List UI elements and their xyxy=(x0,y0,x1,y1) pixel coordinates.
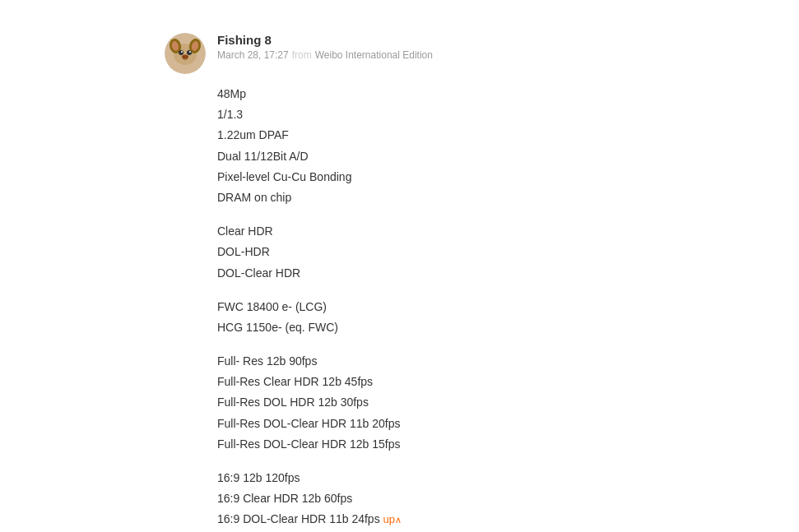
content-group-2: Clear HDR DOL-HDR DOL-Clear HDR xyxy=(217,221,667,284)
line-clear-hdr: Clear HDR xyxy=(217,221,667,242)
svg-point-10 xyxy=(182,55,188,59)
line-sensor-size: 1/1.3 xyxy=(217,104,667,125)
line-dpaf: 1.22um DPAF xyxy=(217,125,667,146)
svg-point-8 xyxy=(181,51,183,53)
line-fullres-clear-hdr-45fps: Full-Res Clear HDR 12b 45fps xyxy=(217,372,667,392)
line-dol-hdr: DOL-HDR xyxy=(217,242,667,262)
svg-point-7 xyxy=(187,50,192,55)
from-separator: from xyxy=(292,49,312,61)
line-fullres-dol-clear-hdr-20fps: Full-Res DOL-Clear HDR 11b 20fps xyxy=(217,414,667,434)
line-fwc: FWC 18400 e- (LCG) xyxy=(217,297,667,317)
line-fullres-dol-hdr-30fps: Full-Res DOL HDR 12b 30fps xyxy=(217,392,667,413)
post-date: March 28, 17:27 xyxy=(217,49,289,61)
content-group-5: 16:9 12b 120fps 16:9 Clear HDR 12b 60fps… xyxy=(217,468,667,530)
line-fullres-dol-clear-hdr-15fps: Full-Res DOL-Clear HDR 12b 15fps xyxy=(217,434,667,455)
line-169-120fps: 16:9 12b 120fps xyxy=(217,468,667,488)
line-48mp: 48Mp xyxy=(217,84,667,104)
line-dol-clear-hdr: DOL-Clear HDR xyxy=(217,263,667,284)
post-info: March 28, 17:27 from Weibo International… xyxy=(217,49,433,61)
line-hcg: HCG 1150e- (eq. FWC) xyxy=(217,317,667,338)
line-fullres-90fps: Full- Res 12b 90fps xyxy=(217,351,667,372)
svg-point-9 xyxy=(189,51,191,53)
page-container: Fishing 8 March 28, 17:27 from Weibo Int… xyxy=(0,0,799,532)
svg-point-6 xyxy=(179,50,183,55)
avatar xyxy=(165,33,206,74)
content-group-1: 48Mp 1/1.3 1.22um DPAF Dual 11/12Bit A/D… xyxy=(217,84,667,208)
post-content: 48Mp 1/1.3 1.22um DPAF Dual 11/12Bit A/D… xyxy=(165,84,667,530)
line-bonding: Pixel-level Cu-Cu Bonding xyxy=(217,167,667,187)
post-header: Fishing 8 March 28, 17:27 from Weibo Int… xyxy=(165,33,667,74)
line-169-dol-clear-hdr-24fps: 16:9 DOL-Clear HDR 11b 24fps up∧ xyxy=(217,509,667,530)
post-container: Fishing 8 March 28, 17:27 from Weibo Int… xyxy=(0,16,799,532)
content-group-4: Full- Res 12b 90fps Full-Res Clear HDR 1… xyxy=(217,351,667,455)
up-link[interactable]: up∧ xyxy=(383,513,402,525)
line-adc: Dual 11/12Bit A/D xyxy=(217,146,667,167)
content-group-3: FWC 18400 e- (LCG) HCG 1150e- (eq. FWC) xyxy=(217,297,667,338)
line-169-clear-hdr-60fps: 16:9 Clear HDR 12b 60fps xyxy=(217,488,667,509)
username: Fishing 8 xyxy=(217,33,433,47)
line-dram: DRAM on chip xyxy=(217,187,667,208)
up-arrow-icon: ∧ xyxy=(395,515,402,525)
post-source: Weibo International Edition xyxy=(315,49,433,61)
post-meta: Fishing 8 March 28, 17:27 from Weibo Int… xyxy=(217,33,433,61)
